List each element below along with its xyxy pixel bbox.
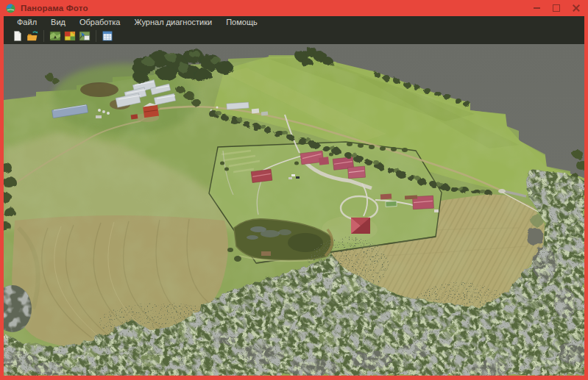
- toolbar: [4, 27, 584, 44]
- maximize-icon[interactable]: [552, 3, 561, 13]
- open-folder-icon[interactable]: [25, 29, 40, 43]
- window-controls: [532, 0, 581, 16]
- pond-deck: [261, 251, 271, 256]
- window-chrome: Файл Вид Обработка Журнал диагностики По…: [4, 16, 584, 44]
- menu-processing[interactable]: Обработка: [73, 17, 127, 27]
- journal-table-icon[interactable]: [100, 29, 115, 43]
- menu-diagnostics-journal[interactable]: Журнал диагностики: [127, 17, 219, 27]
- map-elevation-matrix-icon[interactable]: [63, 29, 77, 43]
- minimize-icon[interactable]: [532, 3, 541, 13]
- menu-bar: Файл Вид Обработка Журнал диагностики По…: [4, 16, 584, 27]
- window-title: Панорама Фото: [21, 4, 88, 12]
- globe-map-icon: [6, 4, 15, 13]
- toolbar-separator: [43, 30, 44, 42]
- toolbar-separator: [96, 30, 96, 42]
- viewport-3d-scene[interactable]: [4, 44, 584, 376]
- map-terrain-icon[interactable]: [48, 29, 63, 43]
- new-document-icon[interactable]: [10, 29, 25, 43]
- menu-help[interactable]: Помощь: [219, 17, 265, 27]
- menu-view[interactable]: Вид: [44, 17, 73, 27]
- menu-file[interactable]: Файл: [10, 17, 44, 27]
- application-window: Панорама Фото Файл Вид Обработка Журнал …: [0, 0, 588, 380]
- title-bar: Панорама Фото: [0, 0, 588, 16]
- close-icon[interactable]: [572, 3, 581, 13]
- pyramid-roof-cottage: [351, 218, 370, 234]
- map-aerial-photo-icon[interactable]: [77, 29, 92, 43]
